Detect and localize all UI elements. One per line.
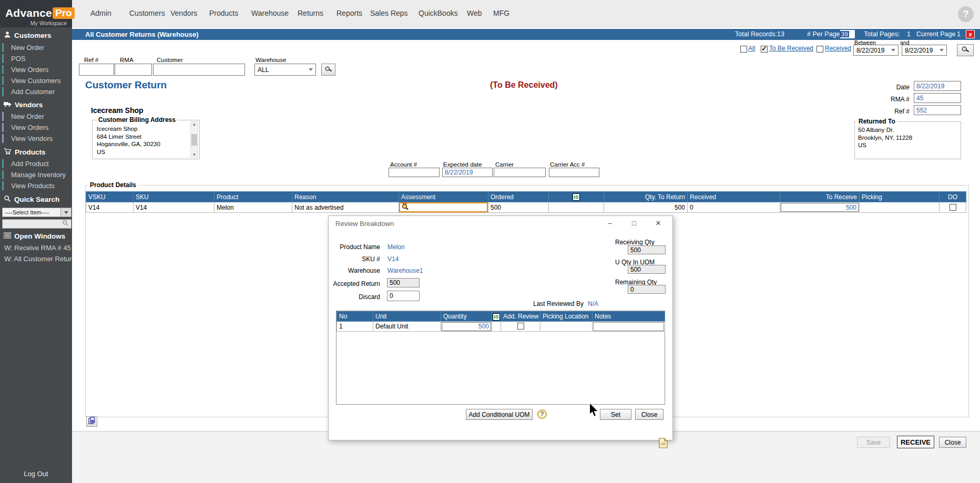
nav-sales-reps[interactable]: Sales Reps [370,9,408,17]
minimize-icon[interactable]: – [604,219,616,227]
open-window-all-returns[interactable]: W: All Customer Return [0,253,72,264]
uom-cell-quantity[interactable]: 500 [441,322,492,332]
remaining-qty-input[interactable]: 0 [628,285,666,294]
search-button[interactable] [321,64,335,76]
nav-warehouse[interactable]: Warehouse [251,9,289,17]
accepted-return-input[interactable]: 500 [387,278,420,287]
add-conditional-uom-button[interactable]: Add Conditional UOM [466,409,533,420]
to-receive-input[interactable]: 500 [781,203,859,212]
nav-mfg[interactable]: MFG [493,9,509,17]
maximize-icon[interactable]: □ [628,219,640,227]
scroll-down-icon[interactable]: ▼ [192,152,197,157]
sidebar-section-customers[interactable]: Customers [0,27,72,42]
logout-button[interactable]: Log Out [0,470,72,478]
product-row[interactable]: V14 V14 Melon Not as advertised 500 500 … [86,202,966,213]
set-button[interactable]: Set [600,409,631,420]
save-button[interactable]: Save [857,437,890,448]
sidebar-item-new-order[interactable]: New Order [0,42,72,53]
warehouse-select[interactable]: ALL [254,64,316,76]
sidebar-section-vendors[interactable]: Vendors [0,97,72,111]
per-page-input[interactable]: 39 [840,30,855,38]
sidebar-item-vendor-view-orders[interactable]: View Orders [0,122,72,133]
uom-row[interactable]: 1 Default Unit 500 [337,322,665,332]
receive-button[interactable]: RECEIVE [897,436,934,448]
carrier-acc-input[interactable] [549,168,599,177]
ref-search-input[interactable] [79,64,114,76]
date-to-select[interactable]: 8/22/2019 [902,45,947,56]
col-to-receive[interactable]: To Receive [780,192,860,202]
sidebar-item-view-customers[interactable]: View Customers [0,75,72,86]
close-icon[interactable]: ✕ [652,219,664,227]
assessment-icon[interactable] [401,204,409,212]
uom-quantity-input[interactable]: 500 [442,322,491,331]
filter-received-checkbox[interactable] [816,46,823,53]
nav-web[interactable]: Web [467,9,482,17]
filter-all-label[interactable]: All [748,45,755,52]
print-document-icon[interactable] [659,438,668,450]
filter-search-button[interactable] [957,44,974,56]
ref-number-input[interactable]: 552 [914,105,961,115]
close-button[interactable]: Close [939,437,966,448]
nav-reports[interactable]: Reports [336,9,362,17]
col-sku[interactable]: SKU [134,192,215,202]
sidebar-item-vendor-new-order[interactable]: New Order [0,111,72,122]
sidebar-item-pos[interactable]: POS [0,53,72,64]
nav-admin[interactable]: Admin [90,9,111,17]
nav-customers[interactable]: Customers [129,9,165,17]
do-checkbox[interactable] [950,204,956,211]
customer-search-input[interactable] [153,64,245,76]
col-received[interactable]: Received [688,192,780,202]
help-icon[interactable]: ? [958,6,974,22]
help-icon[interactable]: ? [537,409,547,419]
quick-search-select[interactable]: ----Select Item---- [2,208,61,217]
scrollbar-thumb[interactable] [191,134,197,146]
col-do[interactable]: DO [940,192,966,202]
col-is[interactable]: IS [549,192,604,202]
receiving-qty-input[interactable]: 500 [628,245,666,254]
billing-address-scrollbar[interactable]: ▲ ▼ [190,121,198,158]
app-logo[interactable]: Advance Pro My Workspace [0,0,72,27]
rma-number-input[interactable]: 45 [914,93,961,103]
uom-notes-input[interactable] [593,322,664,331]
dialog-close-button[interactable]: Close [635,409,663,420]
add-review-checkbox[interactable] [517,323,524,330]
nav-returns[interactable]: Returns [298,9,323,17]
sidebar-item-view-vendors[interactable]: View Vendors [0,133,72,144]
quick-search-input[interactable] [2,219,72,229]
sidebar-item-add-customer[interactable]: Add Customer [0,86,72,97]
filter-to-be-received-label[interactable]: To Be Received [769,45,813,52]
u-qty-input[interactable]: 500 [628,265,666,274]
nav-quickbooks[interactable]: QuickBooks [418,9,458,17]
date-from-select[interactable]: 8/22/2019 [853,45,899,56]
date-input[interactable]: 8/22/2019 [914,81,961,91]
sidebar-item-add-product[interactable]: Add Product [0,158,72,169]
col-picking[interactable]: Picking [860,192,940,202]
nav-vendors[interactable]: Vendors [170,9,197,17]
col-vsku[interactable]: VSKU [86,192,134,202]
copy-button[interactable] [86,416,97,427]
discard-input[interactable]: 0 [387,291,420,301]
col-ordered[interactable]: Ordered [488,192,549,202]
col-product[interactable]: Product [215,192,292,202]
cell-assessment[interactable] [399,202,488,213]
nav-products[interactable]: Products [209,9,238,17]
col-reason[interactable]: Reason [292,192,399,202]
filter-received-label[interactable]: Received [825,45,851,52]
scroll-up-icon[interactable]: ▲ [192,122,197,127]
col-qty-to-return[interactable]: Qty. To Return [604,192,688,202]
quick-search-select-arrow[interactable] [61,208,72,217]
filter-to-be-received-checkbox[interactable] [761,46,768,53]
account-input[interactable] [389,168,440,177]
cell-to-receive[interactable]: 500 [780,202,860,213]
rma-search-input[interactable] [115,64,152,76]
expected-date-input[interactable]: 8/22/2019 [442,168,493,177]
open-window-receive-rma[interactable]: W: Receive RMA # 45 [0,242,72,253]
carrier-input[interactable] [494,168,546,177]
sidebar-item-view-products[interactable]: View Products [0,180,72,191]
filter-all-checkbox[interactable] [740,46,747,53]
sidebar-item-manage-inventory[interactable]: Manage Inventory [0,169,72,180]
uom-cell-notes[interactable] [593,322,665,332]
sidebar-item-view-orders[interactable]: View Orders [0,64,72,75]
col-assessment[interactable]: Assessment [399,192,488,202]
close-window-button[interactable]: x [966,30,975,38]
